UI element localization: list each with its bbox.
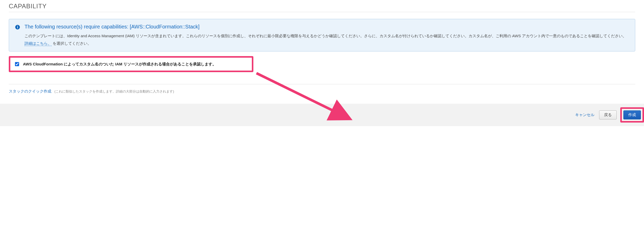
capability-ack-checkbox[interactable]: [15, 62, 19, 66]
alert-heading: The following resource(s) require capabi…: [25, 24, 629, 30]
section-title: CAPABILITY: [9, 0, 635, 12]
alert-body-post: を選択してください。: [53, 41, 91, 46]
annotation-highlight-create: 作成: [620, 107, 644, 123]
capability-alert: The following resource(s) require capabi…: [9, 19, 635, 51]
back-button[interactable]: 戻る: [599, 110, 617, 119]
annotation-highlight-consent: AWS CloudFormation によってカスタム名のついた IAM リソー…: [9, 56, 253, 72]
separator: [9, 84, 635, 84]
quick-create-hint: (これに類似したスタックを作成します。詳細の大部分は自動的に入力されます): [54, 89, 174, 94]
svg-point-1: [17, 26, 18, 26]
wizard-footer: キャンセル 戻る 作成: [0, 104, 644, 126]
alert-text: このテンプレートには、Identity and Access Managemen…: [25, 32, 629, 47]
alert-body-pre: このテンプレートには、Identity and Access Managemen…: [25, 34, 626, 38]
alert-learn-more-link[interactable]: 詳細はこちら。: [25, 41, 52, 46]
svg-rect-2: [17, 27, 18, 28]
cancel-button[interactable]: キャンセル: [574, 111, 595, 119]
capability-ack-label[interactable]: AWS CloudFormation によってカスタム名のついた IAM リソー…: [23, 62, 216, 67]
create-button[interactable]: 作成: [623, 110, 641, 119]
info-icon: [15, 25, 20, 29]
quick-create-link[interactable]: スタックのクイック作成: [9, 89, 51, 94]
